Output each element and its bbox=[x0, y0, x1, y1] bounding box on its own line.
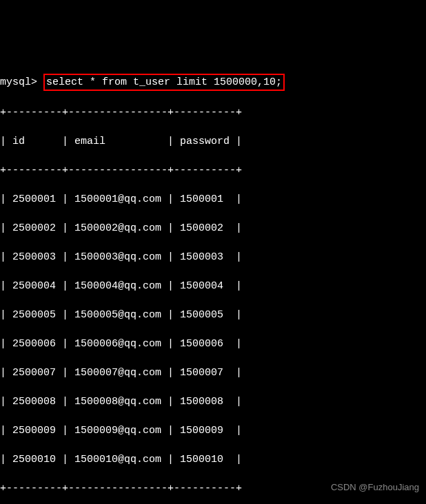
terminal-output: mysql> select * from t_user limit 150000… bbox=[0, 58, 426, 504]
table1-row: | 2500008 | 1500008@qq.com | 1500008 | bbox=[0, 395, 426, 409]
table1-row: | 2500005 | 1500005@qq.com | 1500005 | bbox=[0, 308, 426, 322]
table1-row: | 2500007 | 1500007@qq.com | 1500007 | bbox=[0, 366, 426, 380]
query-line-1: mysql> select * from t_user limit 150000… bbox=[0, 74, 426, 91]
table1-row: | 2500002 | 1500002@qq.com | 1500002 | bbox=[0, 221, 426, 235]
table1-border-mid: +---------+----------------+----------+ bbox=[0, 163, 426, 178]
query-1-highlight: select * from t_user limit 1500000,10; bbox=[43, 74, 285, 91]
watermark: CSDN @FuzhouJiang bbox=[331, 481, 419, 494]
table1-row: | 2500001 | 1500001@qq.com | 1500001 | bbox=[0, 192, 426, 207]
query-1-text: select * from t_user limit 1500000,10; bbox=[46, 76, 282, 88]
table1-header: | id | email | password | bbox=[0, 134, 426, 149]
table1-row: | 2500004 | 1500004@qq.com | 1500004 | bbox=[0, 279, 426, 293]
table1-border-top: +---------+----------------+----------+ bbox=[0, 105, 426, 120]
table1-row: | 2500003 | 1500003@qq.com | 1500003 | bbox=[0, 250, 426, 264]
mysql-prompt: mysql> bbox=[0, 76, 37, 88]
table1-row: | 2500010 | 1500010@qq.com | 1500010 | bbox=[0, 452, 426, 467]
table1-row: | 2500006 | 1500006@qq.com | 1500006 | bbox=[0, 337, 426, 351]
table1-row: | 2500009 | 1500009@qq.com | 1500009 | bbox=[0, 423, 426, 438]
